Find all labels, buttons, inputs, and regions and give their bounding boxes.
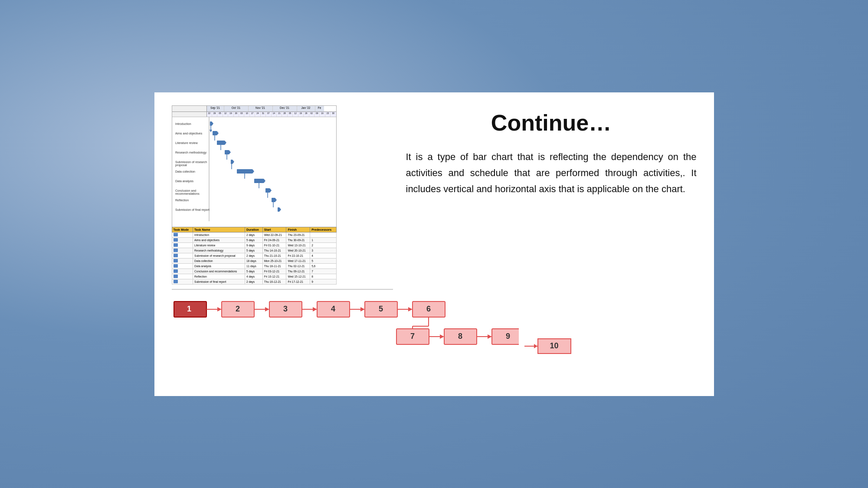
svg-rect-13 (210, 121, 212, 126)
task-mode-icon (174, 275, 178, 278)
task-table: Task Mode Task Name Duration Start Finis… (172, 227, 337, 285)
table-row: Conclusion and recommendations 5 days Fr… (172, 269, 336, 274)
svg-text:Literature review: Literature review (175, 141, 198, 144)
svg-marker-17 (217, 131, 219, 135)
task-mode-icon (174, 264, 178, 268)
svg-text:Research methodology: Research methodology (175, 151, 206, 154)
table-row: Data collection 18 days Mon 25-10-21 Wed… (172, 258, 336, 263)
task-mode-icon (174, 233, 178, 236)
svg-text:5: 5 (378, 305, 383, 313)
right-panel: Continue… It is a type of bar chart that… (406, 105, 697, 383)
svg-marker-14 (212, 121, 213, 126)
svg-text:recommendations: recommendations (175, 192, 200, 195)
svg-text:Submission of final report: Submission of final report (175, 208, 210, 212)
table-row: Reflection 4 days Fri 10-12-21 Wed 15-12… (172, 274, 336, 279)
svg-marker-23 (229, 150, 231, 154)
svg-rect-40 (278, 207, 279, 212)
svg-text:Data analysis: Data analysis (175, 180, 194, 183)
svg-rect-22 (225, 150, 229, 154)
task-mode-icon (174, 280, 178, 283)
svg-marker-29 (252, 169, 254, 174)
table-row: Literature review 9 days Fri 01-10-21 We… (172, 242, 336, 248)
task-table-body: Introduction 2 days Wed 22-09-21 Thu 23-… (172, 232, 336, 284)
svg-text:2: 2 (235, 305, 239, 313)
col-duration: Duration (245, 227, 262, 232)
svg-text:Submission of research: Submission of research (175, 160, 207, 164)
slide-description: It is a type of bar chart that is reflec… (406, 149, 697, 197)
table-row: Submission of research proposal 2 days T… (172, 253, 336, 258)
task-mode-icon (174, 243, 178, 247)
svg-text:1: 1 (187, 305, 191, 313)
table-row: Submission of final report 2 days Thu 16… (172, 279, 336, 284)
svg-text:4: 4 (331, 305, 335, 313)
slide: Sep '21 Oct '21 Nov '21 Dec '21 Jan '22 … (154, 92, 714, 396)
task-mode-icon (174, 259, 178, 262)
svg-text:Conclusion and: Conclusion and (175, 189, 196, 192)
svg-marker-57 (360, 307, 365, 311)
svg-rect-28 (237, 169, 252, 174)
task-mode-icon (174, 238, 178, 242)
svg-rect-16 (213, 131, 217, 135)
task-mode-icon (174, 269, 178, 273)
svg-text:Reflection: Reflection (175, 199, 189, 202)
task-mode-icon (174, 249, 178, 252)
table-row: Aims and objectives 5 days Fri 24-09-21 … (172, 237, 336, 242)
svg-rect-31 (254, 179, 264, 183)
gantt-col-header (172, 106, 207, 111)
svg-marker-35 (270, 188, 272, 193)
table-row: Data analysis 11 days Thu 18-11-21 Thu 0… (172, 263, 336, 269)
col-start: Start (262, 227, 286, 232)
svg-text:3: 3 (283, 305, 287, 313)
col-finish: Finish (286, 227, 310, 232)
svg-text:proposal: proposal (175, 164, 187, 167)
svg-marker-32 (264, 179, 265, 183)
col-task-name: Task Name (193, 227, 245, 232)
table-row: Research methodology 5 days Thu 14-10-21… (172, 248, 336, 253)
svg-marker-41 (279, 207, 281, 212)
slide-title: Continue… (406, 110, 697, 136)
svg-text:Introduction: Introduction (175, 122, 191, 125)
col-task-mode: Task Mode (172, 227, 193, 232)
svg-rect-19 (217, 141, 225, 145)
svg-marker-45 (217, 307, 222, 311)
left-panel: Sep '21 Oct '21 Nov '21 Dec '21 Jan '22 … (172, 105, 393, 383)
table-row: Introduction 2 days Wed 22-09-21 Thu 23-… (172, 232, 336, 237)
svg-marker-26 (233, 160, 234, 164)
svg-marker-38 (275, 198, 277, 202)
flow-diagram: 1 2 3 4 (172, 289, 393, 354)
svg-rect-34 (265, 188, 270, 193)
svg-rect-25 (231, 160, 233, 164)
svg-rect-37 (272, 198, 275, 202)
svg-text:Data collection: Data collection (175, 170, 195, 173)
col-predecessors: Predecessors (310, 227, 336, 232)
task-mode-icon (174, 254, 178, 257)
gantt-chart-visual: Sep '21 Oct '21 Nov '21 Dec '21 Jan '22 … (172, 105, 337, 227)
svg-marker-49 (265, 307, 269, 311)
svg-text:Aims and objectives: Aims and objectives (175, 132, 203, 135)
gantt-svg: Introduction Aims and objectives Literat… (174, 117, 335, 221)
svg-marker-53 (313, 307, 317, 311)
svg-marker-20 (225, 141, 226, 145)
